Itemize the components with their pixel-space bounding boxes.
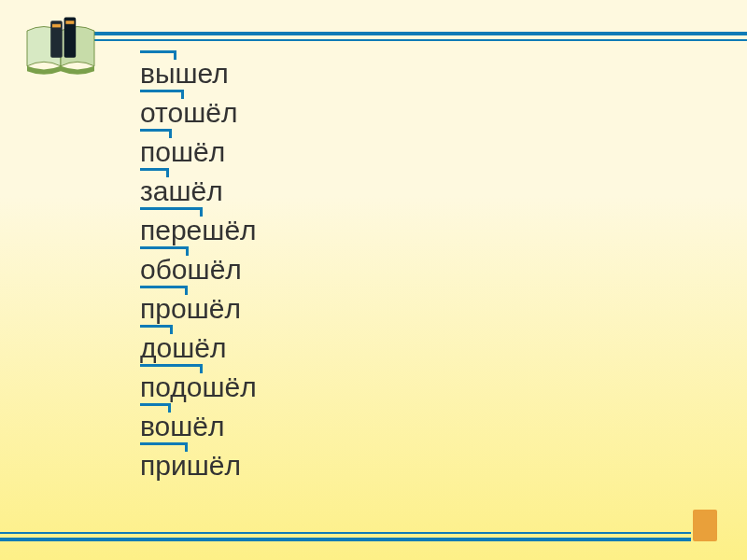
prefix-mark: при — [140, 446, 187, 485]
prefix-mark: до — [140, 329, 172, 368]
bottom-rule-thin — [0, 532, 691, 534]
word-prefix: пере — [140, 215, 202, 245]
word-root: шёл — [202, 215, 256, 245]
word-prefix: до — [140, 332, 172, 363]
books-icon — [19, 6, 103, 90]
word-item: зашёл — [140, 172, 257, 211]
prefix-mark: про — [140, 289, 187, 329]
word-prefix: про — [140, 293, 187, 324]
word-root: шёл — [172, 332, 226, 363]
top-rule-thin — [56, 39, 747, 41]
word-prefix: за — [140, 175, 168, 206]
prefix-mark: пере — [140, 211, 202, 250]
word-item: вышел — [140, 54, 257, 93]
word-root: шел — [176, 58, 229, 89]
word-root: шёл — [170, 411, 224, 441]
svg-rect-2 — [52, 24, 61, 28]
word-item: отошёл — [140, 93, 257, 133]
prefix-mark: во — [140, 407, 170, 446]
word-prefix: ото — [140, 97, 183, 128]
word-root: шёл — [187, 293, 241, 324]
word-root: шёл — [188, 254, 242, 285]
word-root: шёл — [171, 136, 225, 167]
prefix-mark: за — [140, 172, 168, 211]
slide: вышелотошёлпошёлзашёлперешёлобошёлпрошёл… — [0, 0, 747, 560]
word-prefix: обо — [140, 254, 188, 285]
prefix-mark: вы — [140, 54, 176, 93]
prefix-mark: обо — [140, 250, 188, 289]
word-list: вышелотошёлпошёлзашёлперешёлобошёлпрошёл… — [140, 54, 257, 485]
prefix-mark: ото — [140, 93, 183, 133]
word-prefix: подо — [140, 371, 202, 402]
word-item: подошёл — [140, 368, 257, 407]
bottom-rule-thick — [0, 538, 691, 541]
word-item: дошёл — [140, 329, 257, 368]
word-item: обошёл — [140, 250, 257, 289]
word-root: шёл — [187, 450, 241, 481]
word-prefix: при — [140, 450, 187, 481]
top-rule-thick — [56, 32, 747, 35]
corner-accent — [693, 510, 717, 541]
word-item: пришёл — [140, 446, 257, 485]
word-root: шёл — [202, 371, 256, 402]
word-root: шёл — [183, 97, 237, 128]
word-prefix: по — [140, 136, 171, 167]
prefix-mark: подо — [140, 368, 202, 407]
word-item: пошёл — [140, 133, 257, 172]
word-item: прошёл — [140, 289, 257, 329]
prefix-mark: по — [140, 133, 171, 172]
word-item: вошёл — [140, 407, 257, 446]
word-root: шёл — [168, 175, 222, 206]
svg-rect-3 — [65, 21, 74, 24]
word-item: перешёл — [140, 211, 257, 250]
word-prefix: во — [140, 411, 170, 441]
word-prefix: вы — [140, 58, 176, 89]
